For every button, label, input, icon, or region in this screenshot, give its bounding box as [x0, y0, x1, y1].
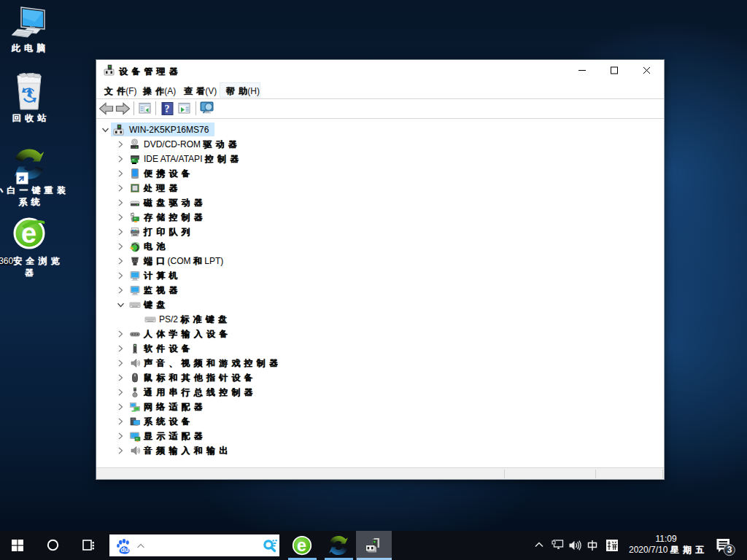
svg-text:du: du: [120, 546, 128, 553]
svg-text:?: ?: [165, 104, 170, 114]
svg-text:e: e: [21, 218, 36, 249]
svg-text:3: 3: [727, 545, 732, 555]
svg-text:e: e: [297, 536, 306, 555]
